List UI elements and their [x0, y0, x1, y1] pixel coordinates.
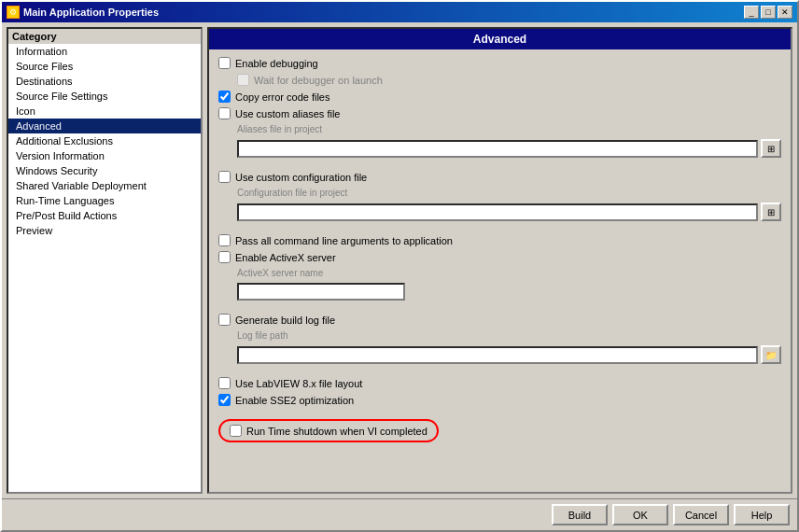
main-content: Category Information Source Files Destin…: [2, 22, 797, 498]
bottom-bar: Build OK Cancel Help: [2, 498, 797, 530]
run-time-shutdown-container: Run Time shutdown when VI completed: [218, 416, 781, 442]
copy-error-code-label: Copy error code files: [235, 91, 330, 103]
use-custom-config-label: Use custom configuration file: [235, 172, 367, 183]
run-time-shutdown-highlight: Run Time shutdown when VI completed: [218, 419, 439, 442]
aliases-input-row: ⊞: [237, 139, 781, 158]
log-browse-button[interactable]: 📁: [761, 345, 781, 364]
sidebar-item-icon[interactable]: Icon: [8, 104, 201, 119]
sidebar-item-information[interactable]: Information: [8, 44, 201, 59]
close-button[interactable]: ✕: [778, 6, 792, 19]
config-input-row: ⊞: [237, 203, 781, 221]
use-custom-aliases-label: Use custom aliases file: [235, 108, 341, 119]
minimize-button[interactable]: _: [744, 6, 759, 19]
enable-activex-label: Enable ActiveX server: [235, 252, 336, 263]
use-labview-layout-checkbox[interactable]: [218, 377, 231, 389]
copy-error-code-row: Copy error code files: [218, 91, 781, 103]
sidebar-item-pre-post-build-actions[interactable]: Pre/Post Build Actions: [8, 208, 201, 223]
sidebar-item-shared-variable-deployment[interactable]: Shared Variable Deployment: [8, 178, 201, 193]
panel-header: Advanced: [209, 29, 791, 49]
sidebar-category: Category: [8, 29, 201, 44]
enable-activex-checkbox[interactable]: [218, 251, 231, 263]
enable-debugging-row: Enable debugging: [218, 57, 781, 69]
build-button[interactable]: Build: [552, 504, 608, 525]
generate-build-log-checkbox[interactable]: [218, 314, 231, 326]
run-time-shutdown-label: Run Time shutdown when VI completed: [246, 426, 428, 437]
pass-command-line-label: Pass all command line arguments to appli…: [235, 235, 453, 246]
window-title: Main Application Properties: [23, 7, 159, 18]
sidebar-item-run-time-languages[interactable]: Run-Time Languages: [8, 193, 201, 208]
log-file-input[interactable]: [237, 346, 758, 364]
enable-debugging-label: Enable debugging: [235, 58, 318, 69]
title-bar-left: ⚙ Main Application Properties: [7, 6, 159, 19]
help-button[interactable]: Help: [734, 504, 790, 525]
wait-for-debugger-label: Wait for debugger on launch: [254, 75, 383, 86]
activex-input-row: [237, 283, 781, 301]
panel-body: Enable debugging Wait for debugger on la…: [209, 49, 791, 492]
app-icon: ⚙: [7, 6, 20, 19]
enable-activex-row: Enable ActiveX server: [218, 251, 781, 263]
config-browse-button[interactable]: ⊞: [761, 203, 781, 221]
sidebar-item-version-information[interactable]: Version Information: [8, 148, 201, 163]
enable-debugging-checkbox[interactable]: [218, 57, 231, 69]
log-input-row: 📁: [237, 345, 781, 364]
config-placeholder-label: Configuration file in project: [237, 188, 781, 198]
run-time-shutdown-checkbox[interactable]: [230, 425, 242, 437]
sidebar-item-additional-exclusions[interactable]: Additional Exclusions: [8, 133, 201, 148]
maximize-button[interactable]: □: [761, 6, 776, 19]
aliases-browse-button[interactable]: ⊞: [761, 139, 781, 158]
sidebar-item-windows-security[interactable]: Windows Security: [8, 163, 201, 178]
sidebar-item-preview[interactable]: Preview: [8, 223, 201, 238]
cancel-button[interactable]: Cancel: [673, 504, 729, 525]
generate-build-log-label: Generate build log file: [235, 315, 335, 326]
sidebar-item-destinations[interactable]: Destinations: [8, 74, 201, 89]
activex-placeholder-label: ActiveX server name: [237, 268, 781, 278]
pass-command-line-checkbox[interactable]: [218, 234, 231, 246]
title-bar-controls: _ □ ✕: [744, 6, 792, 19]
use-custom-aliases-row: Use custom aliases file: [218, 107, 781, 119]
wait-for-debugger-checkbox[interactable]: [237, 74, 249, 86]
right-panel: Advanced Enable debugging Wait for debug…: [207, 27, 792, 494]
config-file-input[interactable]: [237, 203, 758, 221]
enable-sse2-label: Enable SSE2 optimization: [235, 395, 354, 406]
wait-for-debugger-row: Wait for debugger on launch: [237, 74, 781, 86]
sidebar-item-advanced[interactable]: Advanced: [8, 119, 201, 133]
use-custom-aliases-checkbox[interactable]: [218, 107, 231, 119]
enable-sse2-checkbox[interactable]: [218, 394, 231, 406]
title-bar: ⚙ Main Application Properties _ □ ✕: [2, 2, 797, 22]
generate-build-log-row: Generate build log file: [218, 314, 781, 326]
sidebar-item-source-file-settings[interactable]: Source File Settings: [8, 89, 201, 104]
aliases-placeholder-label: Aliases file in project: [237, 124, 781, 134]
aliases-file-input[interactable]: [237, 140, 758, 158]
sidebar-item-source-files[interactable]: Source Files: [8, 59, 201, 74]
log-placeholder-label: Log file path: [237, 330, 781, 341]
use-labview-layout-label: Use LabVIEW 8.x file layout: [235, 378, 362, 389]
ok-button[interactable]: OK: [612, 504, 668, 525]
use-custom-config-checkbox[interactable]: [218, 171, 231, 183]
enable-sse2-row: Enable SSE2 optimization: [218, 394, 781, 406]
sidebar: Category Information Source Files Destin…: [7, 27, 203, 494]
use-labview-layout-row: Use LabVIEW 8.x file layout: [218, 377, 781, 389]
activex-server-input[interactable]: [237, 283, 405, 301]
pass-command-line-row: Pass all command line arguments to appli…: [218, 234, 781, 246]
main-window: ⚙ Main Application Properties _ □ ✕ Cate…: [0, 0, 799, 532]
use-custom-config-row: Use custom configuration file: [218, 171, 781, 183]
copy-error-code-checkbox[interactable]: [218, 91, 231, 103]
